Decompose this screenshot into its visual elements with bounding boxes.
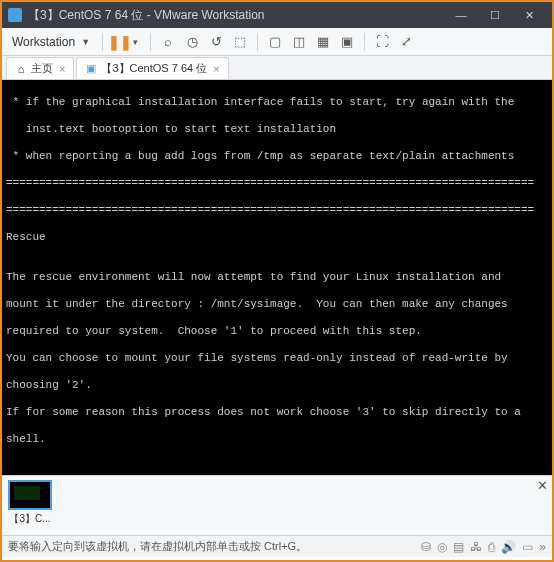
tab-label: 主页 [31,61,53,76]
cd-icon[interactable]: ◎ [437,540,447,554]
unity-button[interactable]: ▣ [336,31,358,53]
sound-icon[interactable]: 🔊 [501,540,516,554]
view-grid-button[interactable]: ▦ [312,31,334,53]
disk-icon[interactable]: ⛁ [421,540,431,554]
pause-button[interactable]: ❚❚ [109,31,131,53]
manage-button[interactable]: ⬚ [229,31,251,53]
tab-bar: ⌂ 主页 × ▣ 【3】CentOS 7 64 位 × [2,56,552,80]
vm-console[interactable]: * if the graphical installation interfac… [2,80,552,475]
send-ctrl-alt-del-button[interactable]: ⌕ [157,31,179,53]
fullscreen-button[interactable]: ⛶ [371,31,393,53]
chevron-down-icon[interactable]: ▾ [133,37,138,47]
thumbnail-label: 【3】C... [8,512,52,526]
status-bar: 要将输入定向到该虚拟机，请在虚拟机内部单击或按 Ctrl+G。 ⛁ ◎ ▤ 🖧 … [2,535,552,557]
revert-button[interactable]: ↺ [205,31,227,53]
thumbnail-image [8,480,52,510]
chevron-down-icon[interactable]: ▼ [81,37,90,47]
display-icon[interactable]: ▭ [522,540,533,554]
usb-icon[interactable]: ⎙ [488,540,495,554]
main-toolbar: Workstation ▼ ❚❚ ▾ ⌕ ◷ ↺ ⬚ ▢ ◫ ▦ ▣ ⛶ ⤢ [2,28,552,56]
window-title: 【3】CentOS 7 64 位 - VMware Workstation [28,7,444,24]
close-icon[interactable]: × [213,63,219,75]
tab-vm[interactable]: ▣ 【3】CentOS 7 64 位 × [76,57,228,79]
vm-thumbnail[interactable]: 【3】C... [8,480,52,526]
tab-home[interactable]: ⌂ 主页 × [6,57,74,79]
minimize-button[interactable]: — [444,2,478,28]
home-icon: ⌂ [15,63,27,75]
more-icon[interactable]: » [539,540,546,554]
close-icon[interactable]: × [59,63,65,75]
app-icon [8,8,22,22]
device-icons: ⛁ ◎ ▤ 🖧 ⎙ 🔊 ▭ » [421,540,546,554]
network-icon[interactable]: 🖧 [470,540,482,554]
snapshot-button[interactable]: ◷ [181,31,203,53]
view-single-button[interactable]: ▢ [264,31,286,53]
vm-icon: ▣ [85,63,97,75]
close-button[interactable]: ✕ [512,2,546,28]
view-split-button[interactable]: ◫ [288,31,310,53]
tab-label: 【3】CentOS 7 64 位 [101,61,207,76]
thumbnail-bar: ✕ 【3】C... [2,475,552,535]
stretch-button[interactable]: ⤢ [395,31,417,53]
floppy-icon[interactable]: ▤ [453,540,464,554]
close-thumbnails-button[interactable]: ✕ [537,478,548,493]
window-titlebar: 【3】CentOS 7 64 位 - VMware Workstation — … [2,2,552,28]
maximize-button[interactable]: ☐ [478,2,512,28]
workstation-menu[interactable]: Workstation [8,35,79,49]
status-hint: 要将输入定向到该虚拟机，请在虚拟机内部单击或按 Ctrl+G。 [8,539,307,554]
